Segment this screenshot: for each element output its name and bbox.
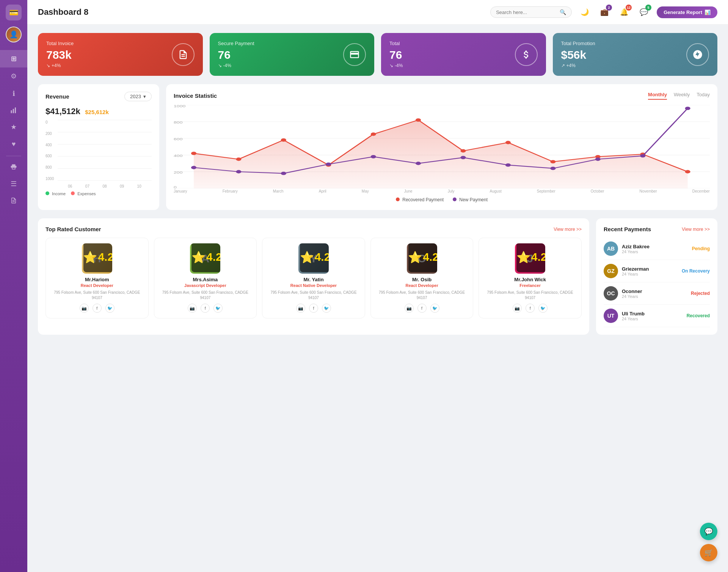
stat-card-payment: Secure Payment 76 ↘-4% (210, 33, 375, 76)
payments-header: Recent Payments View more >> (604, 226, 710, 232)
generate-report-button[interactable]: Generate Report 📊 (657, 6, 717, 18)
search-icon: 🔍 (560, 9, 566, 15)
stat-label-total: Total (389, 41, 403, 46)
sidebar-logo[interactable]: 💳 (6, 5, 22, 20)
search-input[interactable] (496, 9, 557, 15)
bar-chart-area (58, 120, 152, 181)
instagram-icon-0[interactable]: 📷 (80, 304, 89, 313)
chat-badge: 5 (645, 5, 651, 11)
fab-cart[interactable]: 🛒 (700, 544, 717, 561)
stat-change-invoice: ↘+4% (46, 63, 74, 68)
customer-role-0: React Developer (51, 283, 143, 288)
bars-container (58, 120, 152, 181)
tab-weekly[interactable]: Weekly (674, 92, 690, 100)
page-title: Dashboard 8 (38, 7, 88, 17)
revenue-title: Revenue (46, 93, 69, 100)
payment-age-0: 24 Years (622, 249, 688, 254)
instagram-icon-3[interactable]: 📷 (405, 304, 414, 313)
stat-change-payment: ↘-4% (218, 63, 254, 68)
instagram-icon-1[interactable]: 📷 (188, 304, 197, 313)
customer-rating-4: ⭐ 4.2 (516, 243, 545, 272)
expenses-legend-label: Expenses (77, 191, 96, 196)
svg-point-22 (505, 141, 511, 144)
twitter-icon-1[interactable]: 🐦 (213, 304, 223, 313)
payment-name-3: Uli Trumb (622, 311, 683, 317)
expenses-legend-dot (71, 191, 75, 195)
twitter-icon-4[interactable]: 🐦 (538, 304, 548, 313)
customer-role-4: Freelancer (484, 283, 576, 288)
payment-name-2: Oconner (622, 288, 687, 294)
income-legend-dot (46, 191, 49, 195)
customer-address-4: 795 Folsom Ave, Suite 600 San Francisco,… (484, 290, 576, 301)
recovered-legend-label: Recovered Payment (402, 197, 444, 202)
stat-change-total: ↘-4% (389, 63, 403, 68)
svg-point-16 (236, 158, 241, 161)
chat-icon-btn[interactable]: 💬 5 (637, 5, 651, 19)
sidebar-item-print[interactable] (0, 159, 27, 175)
year-selector[interactable]: 2023 ▾ (124, 92, 152, 101)
sidebar-item-heart[interactable]: ♥ (0, 136, 27, 153)
revenue-header: Revenue 2023 ▾ (46, 92, 152, 101)
revenue-secondary-value: $25,612k (85, 109, 109, 115)
sidebar-item-info[interactable]: ℹ (0, 85, 27, 102)
recent-payments-card: Recent Payments View more >> AB Aziz Bak… (596, 218, 717, 335)
search-box[interactable]: 🔍 (490, 6, 572, 18)
twitter-icon-2[interactable]: 🐦 (322, 304, 331, 313)
main-content: Dashboard 8 🔍 🌙 💼 2 🔔 12 💬 5 Generate Re… (27, 0, 728, 572)
fab-support[interactable]: 💬 (700, 523, 717, 540)
facebook-icon-4[interactable]: f (526, 304, 535, 313)
dark-mode-toggle[interactable]: 🌙 (578, 5, 592, 19)
sidebar-item-settings[interactable]: ⚙ (0, 67, 27, 85)
new-payment-legend-label: New Payment (459, 197, 488, 202)
sidebar-item-star[interactable]: ★ (0, 118, 27, 136)
customer-address-1: 795 Folsom Ave, Suite 600 San Francisco,… (160, 290, 251, 301)
stat-icon-total (515, 43, 538, 66)
twitter-icon-3[interactable]: 🐦 (430, 304, 439, 313)
bell-icon-btn[interactable]: 🔔 12 (617, 5, 631, 19)
stat-icon-invoice (172, 43, 195, 66)
instagram-icon-2[interactable]: 📷 (296, 304, 305, 313)
instagram-icon-4[interactable]: 📷 (513, 304, 522, 313)
customer-socials-4: 📷 f 🐦 (484, 304, 576, 313)
svg-point-28 (236, 170, 241, 174)
stat-change-promotion: ↗+4% (561, 63, 595, 68)
chart-icon: 📊 (704, 9, 711, 15)
customers-grid: H ⭐ 4.2 Mr.Hariom React Developer 795 Fo… (46, 238, 582, 318)
invoice-x-labels: January February March April May June Ju… (174, 189, 710, 193)
svg-point-33 (460, 156, 466, 159)
wallet-badge: 2 (606, 5, 612, 11)
sidebar-item-dashboard[interactable]: ⊞ (0, 50, 27, 67)
facebook-icon-3[interactable]: f (417, 304, 427, 313)
svg-point-26 (685, 170, 690, 174)
customer-socials-1: 📷 f 🐦 (160, 304, 251, 313)
payment-status-0: Pending (692, 246, 710, 251)
svg-point-35 (550, 167, 555, 170)
customer-card-3: O ⭐ 4.2 Mr. Osib React Developer 795 Fol… (370, 238, 474, 318)
invoice-card: Invoice Statistic Monthly Weekly Today (166, 84, 717, 210)
customer-rating-0: ⭐ 4.2 (83, 243, 112, 272)
stat-value-total: 76 (389, 49, 403, 61)
payment-info-1: Griezerman 24 Years (622, 266, 678, 276)
sidebar-item-list[interactable]: ☰ (0, 175, 27, 193)
twitter-icon-0[interactable]: 🐦 (105, 304, 115, 313)
payments-view-more[interactable]: View more >> (682, 227, 710, 232)
customer-rating-1: ⭐ 4.2 (191, 243, 220, 272)
facebook-icon-2[interactable]: f (309, 304, 318, 313)
customer-address-2: 795 Folsom Ave, Suite 600 San Francisco,… (268, 290, 359, 301)
customer-address-3: 795 Folsom Ave, Suite 600 San Francisco,… (376, 290, 468, 301)
payment-item-3: UT Uli Trumb 24 Years Recovered (604, 305, 710, 327)
customer-address-0: 795 Folsom Ave, Suite 600 San Francisco,… (51, 290, 143, 301)
sidebar-item-analytics[interactable] (0, 102, 27, 118)
facebook-icon-0[interactable]: f (93, 304, 102, 313)
stat-label-payment: Secure Payment (218, 41, 254, 46)
tab-today[interactable]: Today (697, 92, 710, 100)
facebook-icon-1[interactable]: f (201, 304, 210, 313)
new-payment-legend-dot (453, 197, 457, 201)
sidebar-item-reports[interactable] (0, 193, 27, 208)
tab-monthly[interactable]: Monthly (648, 92, 667, 100)
customer-role-2: React Native Developer (268, 283, 359, 288)
wallet-icon-btn[interactable]: 💼 2 (598, 5, 611, 19)
customers-view-more[interactable]: View more >> (554, 227, 582, 232)
payment-list: AB Aziz Bakree 24 Years Pending GZ (604, 238, 710, 327)
sidebar-avatar[interactable]: 👤 (6, 27, 22, 42)
